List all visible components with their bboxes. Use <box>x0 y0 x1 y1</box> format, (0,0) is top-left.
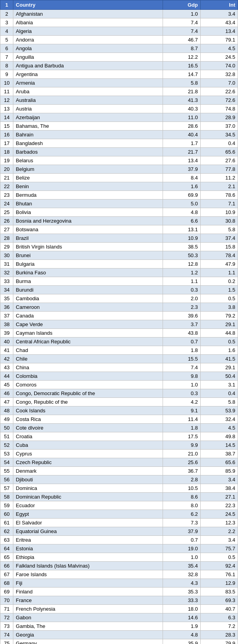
int-value: 74.0 <box>200 62 238 70</box>
gdp-value: 32.8 <box>163 570 200 579</box>
table-row: 30Brunei50.378.4 <box>0 251 238 260</box>
row-number: 71 <box>0 605 13 613</box>
col-header-gdp: Gdp <box>163 0 200 10</box>
table-row: 25Bolivia4.810.9 <box>0 208 238 217</box>
int-value: 29.1 <box>200 363 238 372</box>
country-name: Ethiopia <box>13 553 163 562</box>
table-row: 71French Polynesia18.040.7 <box>0 605 238 613</box>
int-value: 28.3 <box>200 631 238 639</box>
table-row: 43China7.429.1 <box>0 363 238 372</box>
int-value: 0.5 <box>200 553 238 562</box>
row-number: 73 <box>0 622 13 631</box>
country-name: Faroe Islands <box>13 570 163 579</box>
gdp-value: 9.9 <box>163 441 200 450</box>
row-number: 50 <box>0 424 13 432</box>
country-name: Argentina <box>13 70 163 79</box>
gdp-value: 8.0 <box>163 501 200 510</box>
gdp-value: 37.9 <box>163 527 200 536</box>
int-value: 15.8 <box>200 243 238 251</box>
country-name: Eritrea <box>13 536 163 544</box>
row-number: 53 <box>0 450 13 458</box>
gdp-value: 41.3 <box>163 96 200 105</box>
gdp-value: 10.9 <box>163 234 200 243</box>
country-name: Estonia <box>13 544 163 553</box>
country-name: Burundi <box>13 286 163 294</box>
gdp-value: 39.6 <box>163 312 200 320</box>
row-number: 70 <box>0 596 13 605</box>
row-number: 5 <box>0 36 13 44</box>
table-row: 20Belgium37.977.8 <box>0 165 238 174</box>
country-name: Comoros <box>13 381 163 389</box>
table-row: 14Azerbaijan11.028.9 <box>0 113 238 122</box>
gdp-value: 8.6 <box>163 493 200 501</box>
row-number: 2 <box>0 10 13 18</box>
row-number: 49 <box>0 415 13 424</box>
country-name: El Salvador <box>13 519 163 527</box>
row-number: 4 <box>0 27 13 36</box>
int-value: 14.5 <box>200 441 238 450</box>
int-value: 43.4 <box>200 18 238 27</box>
gdp-value: 11.0 <box>163 113 200 122</box>
gdp-value: 13.4 <box>163 156 200 165</box>
row-number: 46 <box>0 389 13 398</box>
int-value: 2.1 <box>200 182 238 191</box>
table-row: 39Cayman Islands43.844.8 <box>0 329 238 337</box>
row-number: 56 <box>0 475 13 484</box>
int-value: 4.5 <box>200 424 238 432</box>
int-value: 92.4 <box>200 562 238 570</box>
row-number: 29 <box>0 243 13 251</box>
table-row: 9Argentina14.732.8 <box>0 70 238 79</box>
row-number: 67 <box>0 570 13 579</box>
country-name: Angola <box>13 44 163 53</box>
int-value: 38.4 <box>200 484 238 493</box>
country-name: Burkina Faso <box>13 268 163 277</box>
table-row: 7Anguilla12.224.5 <box>0 53 238 62</box>
gdp-value: 1.6 <box>163 182 200 191</box>
table-row: 27Botswana13.15.8 <box>0 225 238 234</box>
gdp-value: 21.7 <box>163 148 200 156</box>
country-name: British Virgin Islands <box>13 243 163 251</box>
int-value: 1.1 <box>200 268 238 277</box>
gdp-value: 4.3 <box>163 579 200 588</box>
gdp-value: 1.0 <box>163 381 200 389</box>
gdp-value: 1.0 <box>163 553 200 562</box>
country-name: Afghanistan <box>13 10 163 18</box>
int-value: 76.1 <box>200 570 238 579</box>
country-name: China <box>13 363 163 372</box>
int-value: 7.2 <box>200 622 238 631</box>
country-name: Equatorial Guinea <box>13 527 163 536</box>
table-row: 35Cambodia2.00.5 <box>0 294 238 303</box>
country-name: French Polynesia <box>13 605 163 613</box>
gdp-value: 35.4 <box>163 562 200 570</box>
int-value: 22.3 <box>200 501 238 510</box>
row-number: 7 <box>0 53 13 62</box>
table-row: 42Chile15.541.5 <box>0 355 238 363</box>
gdp-value: 36.7 <box>163 467 200 475</box>
country-name: Albania <box>13 18 163 27</box>
row-number: 37 <box>0 312 13 320</box>
table-row: 38Cape Verde3.729.1 <box>0 320 238 329</box>
int-value: 37.4 <box>200 234 238 243</box>
country-name: Burma <box>13 277 163 286</box>
row-number: 65 <box>0 553 13 562</box>
gdp-value: 13.1 <box>163 225 200 234</box>
gdp-value: 28.6 <box>163 122 200 131</box>
int-value: 29.1 <box>200 320 238 329</box>
gdp-value: 12.8 <box>163 260 200 268</box>
row-number: 17 <box>0 139 13 148</box>
int-value: 30.8 <box>200 217 238 225</box>
table-row: 48Cook Islands9.153.9 <box>0 406 238 415</box>
row-number: 43 <box>0 363 13 372</box>
table-row: 59Ecuador8.022.3 <box>0 501 238 510</box>
table-row: 70France33.369.3 <box>0 596 238 605</box>
country-name: Central African Republic <box>13 337 163 346</box>
gdp-value: 4.2 <box>163 398 200 406</box>
gdp-value: 33.3 <box>163 596 200 605</box>
row-number: 13 <box>0 105 13 113</box>
table-row: 29British Virgin Islands38.515.8 <box>0 243 238 251</box>
country-name: Aruba <box>13 87 163 96</box>
gdp-value: 1.0 <box>163 10 200 18</box>
row-number: 35 <box>0 294 13 303</box>
row-number: 39 <box>0 329 13 337</box>
gdp-value: 40.3 <box>163 105 200 113</box>
